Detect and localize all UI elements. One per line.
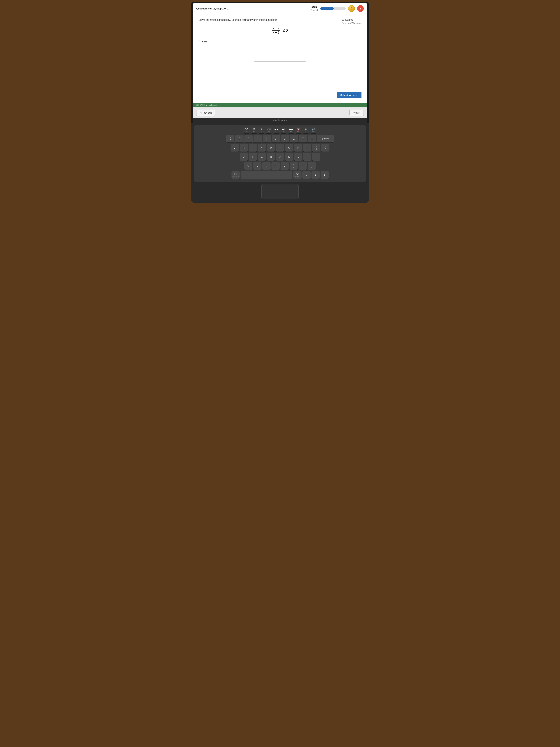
main-content: ⊞ Keypad Keyboard Shortcuts Solve the ra… xyxy=(193,14,367,103)
key-p[interactable]: P xyxy=(294,144,302,152)
next-button[interactable]: Next ► xyxy=(349,110,364,116)
math-expression: x − 2 x + 2 ≤ 0 xyxy=(198,26,362,34)
key-v[interactable]: V xyxy=(254,162,262,170)
qwerty-row: E R T Y U I O P {[ }] |\ xyxy=(195,144,365,152)
keypad-label: Keypad xyxy=(345,18,353,21)
key-t[interactable]: T xyxy=(249,144,257,152)
key-g[interactable]: G xyxy=(258,153,266,161)
medal-icon: 🏅 xyxy=(348,5,355,12)
key-f9[interactable]: ▶▶F9 xyxy=(288,127,294,134)
score-fraction: 8/15 xyxy=(311,6,318,9)
key-y[interactable]: Y xyxy=(258,144,266,152)
key-5[interactable]: %5 xyxy=(244,135,252,143)
key-sd[interactable]: SDF3 xyxy=(243,127,250,134)
key-delete[interactable]: delete xyxy=(317,135,334,143)
key-7[interactable]: &7 xyxy=(263,135,271,143)
previous-button[interactable]: ◄ Previous xyxy=(196,110,215,116)
key-arrow-left[interactable]: ◄ xyxy=(302,171,311,179)
fraction: x − 2 x + 2 xyxy=(272,26,280,34)
key-j[interactable]: J xyxy=(276,153,284,161)
key-f5[interactable]: ☀F5 xyxy=(258,127,265,134)
key-bbb[interactable]: ⠿F4 xyxy=(251,127,258,134)
key-r[interactable]: R xyxy=(240,144,248,152)
macbook-label: MacBook Air xyxy=(193,118,367,123)
score-label: Correct xyxy=(311,9,318,11)
key-0[interactable]: )0 xyxy=(290,135,298,143)
key-dash[interactable]: —- xyxy=(299,135,307,143)
question-info: Question 8 of 12, Step 1 of 1 xyxy=(196,7,229,10)
key-3[interactable]: #3 xyxy=(226,135,235,143)
key-slash[interactable]: ?/ xyxy=(308,162,316,170)
submit-button[interactable]: Submit Answer xyxy=(337,92,362,98)
keypad-button[interactable]: ⊞ Keypad xyxy=(342,18,362,21)
key-f10[interactable]: 🔇F10 xyxy=(295,127,302,134)
score-area: 8/15 Correct 🏅 1 xyxy=(311,5,364,12)
key-arrow-down[interactable]: ▼ xyxy=(321,171,329,179)
key-u[interactable]: U xyxy=(267,144,275,152)
key-e[interactable]: E xyxy=(231,144,239,152)
key-lbracket[interactable]: {[ xyxy=(303,144,311,152)
key-c[interactable]: C xyxy=(244,162,252,170)
key-o[interactable]: O xyxy=(285,144,293,152)
heart-badge: 1 xyxy=(357,5,364,12)
score-display: 8/15 Correct xyxy=(311,6,318,11)
key-6[interactable]: ^6 xyxy=(254,135,262,143)
key-9[interactable]: (9 xyxy=(281,135,289,143)
key-f7[interactable]: ◄◄F7 xyxy=(273,127,279,134)
header-bar: Question 8 of 12, Step 1 of 1 8/15 Corre… xyxy=(193,3,367,14)
progress-fill xyxy=(320,7,334,10)
key-cmd-symbol[interactable]: ⌘command xyxy=(232,171,240,179)
fn-row: SDF3 ⠿F4 ☀F5 ☀☀F6 ◄◄F7 ▶IIF8 ▶▶F9 🔇F10 🔉… xyxy=(195,127,365,134)
key-4[interactable]: $4 xyxy=(235,135,243,143)
key-f8[interactable]: ▶IIF8 xyxy=(281,127,287,134)
key-quote[interactable]: "' xyxy=(312,153,320,161)
key-k[interactable]: K xyxy=(285,153,293,161)
key-f6[interactable]: ☀☀F6 xyxy=(266,127,272,134)
key-period[interactable]: >. xyxy=(299,162,307,170)
keyboard-shortcuts-link[interactable]: Keyboard Shortcuts xyxy=(342,22,362,24)
key-semicolon[interactable]: :; xyxy=(303,153,311,161)
denominator: x + 2 xyxy=(272,31,280,34)
answer-label: Answer xyxy=(198,40,362,43)
key-option[interactable]: ⌥option xyxy=(293,171,301,179)
bottom-row: ⌘command ⌥option ◄ ▲ ▼ xyxy=(195,171,365,179)
asdf-row: D F G H J K L :; "' xyxy=(195,153,365,161)
key-n[interactable]: N xyxy=(271,162,279,170)
key-equal[interactable]: += xyxy=(308,135,316,143)
key-f[interactable]: F xyxy=(249,153,257,161)
copyright: © 2021 Hawkes Learning xyxy=(196,104,219,106)
key-backslash[interactable]: |\ xyxy=(321,144,329,152)
key-m[interactable]: M xyxy=(281,162,289,170)
problem-statement: Solve the rational inequality. Express y… xyxy=(198,18,362,21)
key-f11[interactable]: 🔉F11 xyxy=(302,127,309,134)
key-i[interactable]: I xyxy=(276,144,284,152)
key-f12[interactable]: 🔊F12 xyxy=(310,127,317,134)
trackpad[interactable] xyxy=(262,184,298,199)
key-h[interactable]: H xyxy=(267,153,275,161)
progress-bar xyxy=(320,7,346,10)
keypad-area: ⊞ Keypad Keyboard Shortcuts xyxy=(342,18,362,24)
key-b[interactable]: B xyxy=(262,162,271,170)
answer-input[interactable] xyxy=(254,47,306,61)
nav-bar: ◄ Previous Next ► xyxy=(193,107,367,118)
keyboard-section: SDF3 ⠿F4 ☀F5 ☀☀F6 ◄◄F7 ▶IIF8 ▶▶F9 🔇F10 🔉… xyxy=(191,123,369,203)
key-comma[interactable]: <, xyxy=(290,162,298,170)
number-row: #3 $4 %5 ^6 &7 *8 (9 )0 —- += delete xyxy=(195,135,365,143)
key-d[interactable]: D xyxy=(240,153,248,161)
key-l[interactable]: L xyxy=(294,153,302,161)
keyboard: SDF3 ⠿F4 ☀F5 ☀☀F6 ◄◄F7 ▶IIF8 ▶▶F9 🔇F10 🔉… xyxy=(194,125,366,182)
key-8[interactable]: *8 xyxy=(272,135,280,143)
key-arrow-up[interactable]: ▲ xyxy=(312,171,320,179)
key-space[interactable] xyxy=(241,171,292,179)
numerator: x − 2 xyxy=(272,26,280,31)
key-rbracket[interactable]: }] xyxy=(312,144,320,152)
zxcv-row: C V B N M <, >. ?/ xyxy=(195,162,365,170)
keypad-icon: ⊞ xyxy=(342,18,344,21)
inequality-symbol: ≤ 0 xyxy=(283,28,288,32)
content-footer: © 2021 Hawkes Learning xyxy=(193,103,367,107)
